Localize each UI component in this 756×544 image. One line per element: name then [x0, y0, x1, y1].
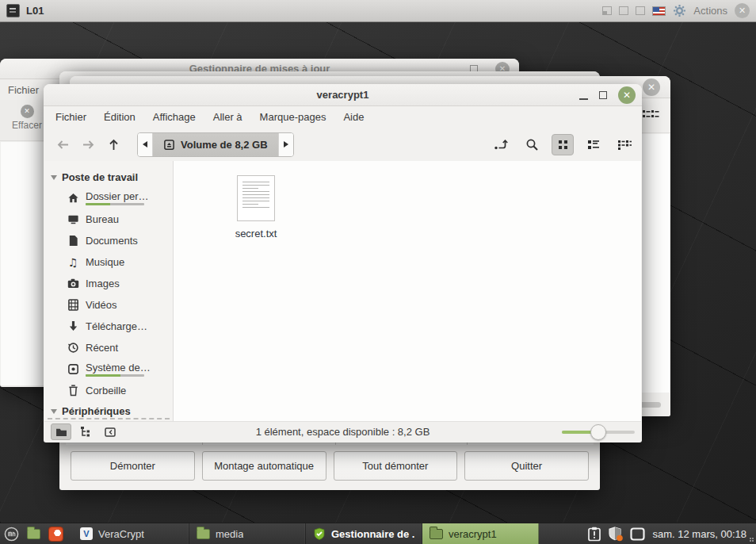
vm-close-icon[interactable]: ✕ [735, 3, 750, 18]
forward-button[interactable] [75, 132, 101, 156]
file-secret-txt[interactable]: secret.txt [216, 175, 296, 239]
minimize-icon[interactable] [579, 98, 588, 100]
breadcrumb-next-icon[interactable] [278, 133, 293, 156]
minimize-window-icon[interactable] [619, 6, 628, 15]
clear-button[interactable]: ✕ Effacer [5, 105, 49, 131]
display-icon[interactable] [630, 527, 645, 541]
menu-affichage[interactable]: Affichage [146, 109, 203, 125]
taskbar: V VeraCrypt media Gestionnaire de ... ve… [0, 523, 756, 544]
edit-location-icon[interactable] [490, 134, 512, 155]
toolbar: Volume de 8,2 GB [44, 128, 642, 161]
sidebar-item-recent[interactable]: Récent [44, 337, 173, 358]
taskbar-window-veracrypt1[interactable]: veracrypt1 [422, 523, 539, 544]
sidebar-item-musique[interactable]: ♫ Musique [44, 251, 173, 273]
breadcrumb-prev-icon[interactable] [138, 133, 153, 156]
sidebar-item-home[interactable]: Dossier per… [44, 187, 173, 209]
sidebar-item-corbeille[interactable]: Corbeille [44, 380, 173, 401]
actions-menu[interactable]: Actions [693, 5, 727, 17]
slider-knob[interactable] [590, 424, 606, 440]
dismount-button[interactable]: Démonter [71, 451, 195, 481]
menu-marque-pages[interactable]: Marque-pages [253, 109, 334, 125]
desktop-icon [67, 213, 79, 226]
file-manager-window: veracrypt1 ✕ Fichier Édition Affichage A… [44, 84, 642, 442]
file-manager-titlebar[interactable]: veracrypt1 ✕ [44, 84, 642, 106]
menubar: Fichier Édition Affichage Aller à Marque… [44, 106, 642, 128]
taskbar-window-veracrypt[interactable]: V VeraCrypt [73, 523, 189, 544]
text-file-icon [237, 175, 275, 221]
menu-edition[interactable]: Édition [97, 109, 143, 125]
menu-fichier[interactable]: Fichier [8, 84, 39, 96]
close-icon[interactable]: ✕ [618, 86, 636, 104]
mint-logo-icon [4, 527, 19, 542]
path-button-volume[interactable]: Volume de 8,2 GB [153, 133, 278, 156]
system-tray [582, 523, 650, 544]
compact-view-icon[interactable] [613, 134, 636, 155]
folder-icon [27, 529, 40, 539]
mint-menu-button[interactable] [0, 523, 22, 544]
updates-available-icon[interactable] [587, 527, 601, 542]
quit-button[interactable]: Quitter [464, 451, 589, 481]
back-button[interactable] [50, 132, 75, 156]
film-icon [67, 299, 79, 312]
close-icon[interactable]: ✕ [643, 79, 660, 96]
clock[interactable]: sam. 12 mars, 00:18 [650, 523, 750, 544]
document-icon [67, 235, 79, 247]
zoom-slider[interactable] [562, 431, 635, 434]
disk-usage-bar [86, 374, 144, 377]
disk-icon [67, 363, 79, 376]
gear-icon[interactable] [673, 4, 686, 17]
trash-icon [67, 385, 79, 397]
hide-sidebar-button[interactable] [100, 423, 120, 440]
resize-grip[interactable] [750, 523, 756, 544]
breadcrumb: Volume de 8,2 GB [137, 132, 294, 157]
vm-title: L01 [26, 5, 44, 17]
file-name: secret.txt [216, 228, 296, 239]
maximize-icon[interactable] [599, 91, 607, 99]
desktop-wallpaper: Gestionnaire de mises à jour ✕ Fichier ✕… [0, 22, 756, 523]
vm-toolbar: L01 Actions ✕ [0, 0, 756, 22]
taskbar-window-media[interactable]: media [189, 523, 306, 544]
file-view[interactable]: secret.txt [174, 161, 641, 421]
folder-icon [197, 529, 210, 539]
sidebar-item-documents[interactable]: Documents [44, 230, 173, 251]
sidebar-item-telechargements[interactable]: Télécharge… [44, 316, 173, 337]
music-icon: ♫ [67, 256, 79, 269]
home-icon [67, 192, 79, 205]
up-button[interactable] [101, 132, 126, 156]
menu-aide[interactable]: Aide [336, 109, 371, 125]
us-keyboard-flag-icon[interactable] [652, 6, 666, 16]
status-text: 1 élément, espace disponible : 8,2 GB [44, 426, 641, 438]
download-icon [67, 320, 79, 333]
recent-icon [67, 342, 79, 354]
chevron-down-icon [51, 409, 57, 414]
firefox-icon [48, 527, 63, 542]
files-launcher[interactable] [22, 523, 44, 544]
menu-aller-a[interactable]: Aller à [206, 109, 250, 125]
window-title: veracrypt1 [317, 89, 369, 101]
veracrypt-button-row: Démonter Montage automatique Tout démont… [59, 446, 600, 485]
restore-window-icon[interactable] [602, 6, 612, 15]
show-treeview-button[interactable] [75, 423, 96, 440]
maximize-window-icon[interactable] [636, 6, 645, 15]
sidebar-item-filesystem[interactable]: Système de… [44, 358, 173, 380]
screen: L01 Actions ✕ Gestionnaire de mises à jo… [0, 0, 756, 544]
search-icon[interactable] [521, 134, 543, 155]
taskbar-window-update-manager[interactable]: Gestionnaire de ... [306, 523, 422, 544]
auto-mount-button[interactable]: Montage automatique [202, 451, 326, 481]
camera-icon [67, 278, 79, 290]
sidebar-item-videos[interactable]: Vidéos [44, 294, 173, 316]
sidebar-item-bureau[interactable]: Bureau [44, 209, 173, 230]
chevron-down-icon [51, 175, 57, 180]
firewall-shield-icon[interactable] [608, 527, 624, 542]
statusbar: 1 élément, espace disponible : 8,2 GB [44, 421, 641, 442]
compact-view-icon[interactable] [642, 108, 659, 124]
sidebar-scroll-hint [48, 418, 170, 419]
firefox-launcher[interactable] [44, 523, 67, 544]
grid-view-icon[interactable] [552, 134, 574, 155]
dismount-all-button[interactable]: Tout démonter [334, 451, 458, 481]
menu-fichier[interactable]: Fichier [48, 109, 94, 125]
show-places-button[interactable] [51, 423, 71, 440]
list-view-icon[interactable] [582, 134, 605, 155]
sidebar-item-images[interactable]: Images [44, 273, 173, 294]
sidebar-section-computer[interactable]: Poste de travail [44, 167, 173, 187]
